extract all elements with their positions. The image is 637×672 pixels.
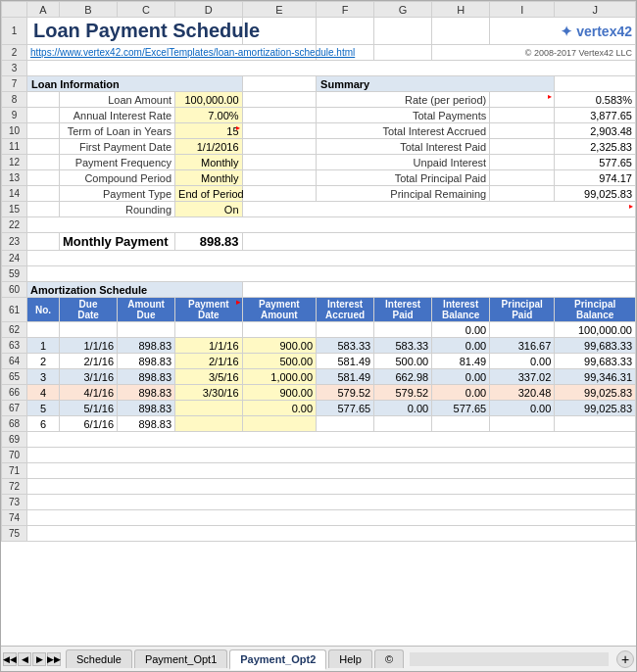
- col-e-header[interactable]: E: [242, 2, 317, 18]
- row-67-num: 67: [2, 401, 27, 416]
- row-60-num: 60: [2, 282, 27, 298]
- row-7-num: 7: [2, 76, 27, 92]
- nav-next-arrow[interactable]: ▶: [32, 652, 46, 666]
- opening-int-balance: 0.00: [432, 322, 490, 338]
- row3-prin-balance: 99,346.31: [555, 369, 636, 385]
- row6-int-paid: [374, 416, 432, 432]
- copyright-cell: © 2008-2017 Vertex42 LLC: [432, 45, 636, 61]
- tab-payment-opt2[interactable]: Payment_Opt2: [229, 649, 326, 670]
- link-cell[interactable]: https://www.vertex42.com/ExcelTemplates/…: [26, 45, 316, 61]
- row3-pay-amount[interactable]: 1,000.00: [242, 369, 317, 385]
- row4-int-paid: 579.52: [374, 385, 432, 401]
- nav-prev-arrow[interactable]: ◀: [18, 652, 31, 666]
- nav-last-arrow[interactable]: ▶▶: [47, 652, 61, 666]
- unpaid-interest-label: Unpaid Interest: [317, 155, 490, 170]
- col-j-header[interactable]: J: [555, 2, 636, 18]
- row4-due-date: 4/1/16: [60, 385, 118, 401]
- row6-due-date: 6/1/16: [60, 416, 118, 432]
- total-interest-accrued-label: Total Interest Accrued: [317, 123, 490, 139]
- total-interest-accrued-value: 2,903.48: [555, 123, 636, 139]
- row3-int-accrued: 581.49: [317, 369, 374, 385]
- row-9-num: 9: [2, 108, 27, 123]
- row6-pay-date[interactable]: [175, 416, 242, 432]
- row-72-num: 72: [2, 479, 27, 495]
- row4-int-accrued: 579.52: [317, 385, 374, 401]
- amortization-header: Amortization Schedule: [26, 282, 242, 298]
- empty-j7: [555, 76, 636, 92]
- pay-type-value[interactable]: End of Period: [175, 186, 242, 202]
- row5-due-date: 5/1/16: [60, 401, 118, 416]
- row3-prin-paid: 337.02: [490, 369, 555, 385]
- row2-due-date: 2/1/16: [60, 354, 118, 369]
- row1-int-accrued: 583.33: [317, 338, 374, 354]
- row4-int-balance: 0.00: [432, 385, 490, 401]
- bottom-nav: ◀◀ ◀ ▶ ▶▶ Schedule Payment_Opt1 Payment_…: [1, 646, 636, 671]
- col-h-header[interactable]: H: [432, 2, 490, 18]
- row5-no: 5: [26, 401, 59, 416]
- empty-row69: [26, 432, 635, 448]
- row1-pay-date[interactable]: 1/1/16: [175, 338, 242, 354]
- empty-i13: [490, 170, 555, 186]
- empty-e11: [242, 139, 317, 155]
- col-f-header[interactable]: F: [317, 2, 374, 18]
- term-value[interactable]: ▸ 15: [175, 123, 242, 139]
- row-10-num: 10: [2, 123, 27, 139]
- row3-pay-date[interactable]: 3/5/16: [175, 369, 242, 385]
- empty-a8: [26, 92, 59, 108]
- row5-int-accrued: 577.65: [317, 401, 374, 416]
- row1-pay-amount[interactable]: 900.00: [242, 338, 317, 354]
- spreadsheet-wrapper: A B C D E F G H I J 1: [0, 0, 637, 672]
- col-g-header[interactable]: G: [374, 2, 432, 18]
- amort-col-int-paid: InterestPaid: [374, 298, 432, 322]
- empty-a23: [26, 233, 59, 251]
- scrollbar-area[interactable]: [410, 652, 609, 666]
- compound-value[interactable]: Monthly: [175, 170, 242, 186]
- col-a-header[interactable]: A: [26, 2, 59, 18]
- empty-h1: [432, 18, 490, 45]
- empty-g1: [374, 18, 432, 45]
- col-d-header[interactable]: D: [175, 2, 242, 18]
- empty-e9: [242, 108, 317, 123]
- row2-pay-date[interactable]: 2/1/16: [175, 354, 242, 369]
- nav-first-arrow[interactable]: ◀◀: [3, 652, 17, 666]
- total-principal-paid-value: 974.17: [555, 170, 636, 186]
- first-payment-value[interactable]: 1/1/2016: [175, 139, 242, 155]
- opening-int-paid: [374, 322, 432, 338]
- tab-payment-opt1[interactable]: Payment_Opt1: [134, 649, 227, 668]
- row4-amount-due: 898.83: [118, 385, 175, 401]
- corner-cell: [2, 2, 27, 18]
- add-sheet-button[interactable]: +: [616, 650, 634, 668]
- row2-pay-amount[interactable]: 500.00: [242, 354, 317, 369]
- col-i-header[interactable]: I: [490, 2, 555, 18]
- row5-pay-date[interactable]: [175, 401, 242, 416]
- row-24-num: 24: [2, 251, 27, 266]
- tab-schedule[interactable]: Schedule: [66, 649, 132, 668]
- row4-pay-amount[interactable]: 900.00: [242, 385, 317, 401]
- rounding-label: Rounding: [60, 202, 175, 217]
- tab-help[interactable]: Help: [328, 649, 372, 668]
- grid-container[interactable]: A B C D E F G H I J 1: [1, 1, 636, 646]
- empty-e13: [242, 170, 317, 186]
- loan-amount-value[interactable]: 100,000.00: [175, 92, 242, 108]
- row-61-num: 61: [2, 298, 27, 322]
- term-label: Term of Loan in Years: [60, 123, 175, 139]
- row-8-num: 8: [2, 92, 27, 108]
- amort-col-prin-balance: PrincipalBalance: [555, 298, 636, 322]
- empty-row75: [26, 526, 635, 542]
- pay-freq-value[interactable]: Monthly: [175, 155, 242, 170]
- row4-pay-date[interactable]: 3/30/16: [175, 385, 242, 401]
- col-c-header[interactable]: C: [118, 2, 175, 18]
- pay-type-label: Payment Type: [60, 186, 175, 202]
- row5-pay-amount[interactable]: 0.00: [242, 401, 317, 416]
- empty-row3: [26, 61, 635, 76]
- spreadsheet-grid: A B C D E F G H I J 1: [1, 1, 636, 542]
- interest-rate-value[interactable]: 7.00%: [175, 108, 242, 123]
- monthly-pay-value: 898.83: [175, 233, 242, 251]
- loan-amount-label: Loan Amount: [60, 92, 175, 108]
- row-11-num: 11: [2, 139, 27, 155]
- rounding-value[interactable]: On: [175, 202, 242, 217]
- empty-row70: [26, 448, 635, 463]
- tab-copyright[interactable]: ©: [374, 649, 404, 668]
- col-b-header[interactable]: B: [60, 2, 118, 18]
- row6-pay-amount[interactable]: [242, 416, 317, 432]
